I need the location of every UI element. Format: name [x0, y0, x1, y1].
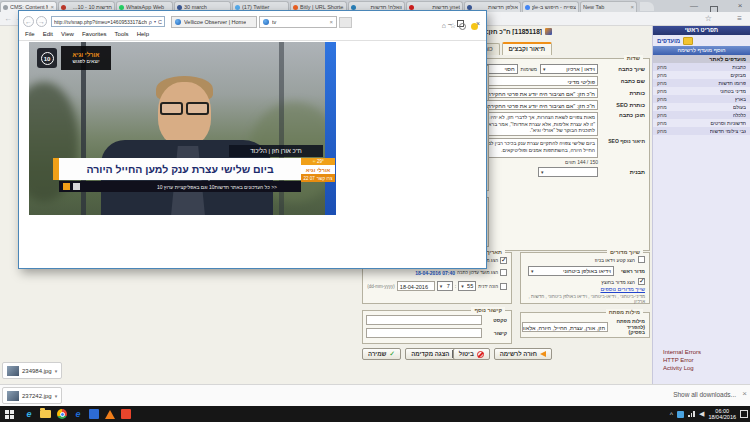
chevron-down-icon[interactable]: ▾: [55, 393, 58, 399]
close-icon[interactable]: ×: [732, 0, 748, 12]
add-favorite-button[interactable]: הוסף מועדף לרשימה: [653, 46, 750, 55]
tab-description-files[interactable]: תיאור וקבצים: [502, 42, 552, 55]
main-section-select[interactable]: וידיאו באולפן ביטחוני▾: [528, 266, 614, 276]
http-error-link[interactable]: HTTP Error: [663, 356, 701, 364]
app-icon-blue[interactable]: [89, 409, 99, 419]
show-all-downloads-link[interactable]: Show all downloads...: [673, 391, 736, 398]
favorite-item[interactable]: בעולםמחק: [653, 103, 750, 111]
action-center-icon[interactable]: [740, 410, 748, 418]
link-text-input[interactable]: [366, 315, 482, 325]
checkbox-checked[interactable]: [500, 257, 507, 264]
menu-help[interactable]: Help: [137, 31, 149, 37]
link-url-input[interactable]: [366, 328, 482, 338]
internal-errors-link[interactable]: Internal Errors: [663, 348, 701, 356]
delete-link[interactable]: מחק: [657, 112, 667, 118]
no-entry-icon: [477, 351, 484, 358]
delete-link[interactable]: מחק: [657, 64, 667, 70]
search-icon[interactable]: ρ: [149, 19, 152, 25]
checkbox-checked[interactable]: [638, 278, 645, 285]
checkbox[interactable]: [500, 269, 507, 276]
volume-icon[interactable]: ◀: [699, 410, 704, 418]
delete-link[interactable]: מחק: [657, 128, 667, 134]
delete-link[interactable]: מחק: [657, 120, 667, 126]
app-icon-red[interactable]: [121, 409, 131, 419]
favorite-item[interactable]: פרומו חדשותמחק: [653, 79, 750, 87]
checkbox[interactable]: [638, 256, 645, 263]
delete-link[interactable]: מחק: [657, 72, 667, 78]
back-icon[interactable]: ←: [4, 14, 12, 23]
delete-link[interactable]: מחק: [657, 80, 667, 86]
popup-new-tab-stub[interactable]: [339, 17, 352, 28]
network-icon[interactable]: [688, 411, 695, 417]
check-icon: ✓: [389, 350, 395, 358]
close-downloads-icon[interactable]: ×: [742, 389, 747, 398]
folder-icon: [683, 37, 693, 45]
menu-tools[interactable]: Tools: [115, 31, 129, 37]
file-explorer-icon[interactable]: [40, 410, 51, 418]
favorite-item[interactable]: כלכלהמחק: [653, 111, 750, 119]
vlc-icon[interactable]: [105, 410, 115, 419]
minimize-icon[interactable]: —: [686, 0, 702, 12]
assign-sections-link[interactable]: שייך מדורים נוספים: [600, 286, 645, 292]
popup-forward-icon[interactable]: →: [36, 16, 47, 27]
download-item-chip[interactable]: 237242.jpg ▾: [2, 387, 62, 404]
browser-tab[interactable]: צפייה - חיפוש ב-Google: [522, 1, 579, 12]
minute-select[interactable]: 55▾: [458, 281, 476, 291]
chrome-icon[interactable]: [57, 409, 67, 419]
hour-select[interactable]: 7▾: [437, 281, 453, 291]
menu-view[interactable]: View: [61, 31, 74, 37]
refresh-icon[interactable]: C: [158, 19, 162, 25]
browser-tab-new[interactable]: New Tab×: [580, 1, 637, 12]
ticker-accent-light: [73, 183, 80, 190]
tray-app-icon[interactable]: [677, 411, 684, 418]
menu-favorites[interactable]: Favorites: [82, 31, 107, 37]
chevron-down-icon[interactable]: ▾: [55, 368, 58, 374]
bookmark-star-icon[interactable]: ☆: [705, 14, 712, 23]
edge-icon[interactable]: e: [21, 406, 37, 422]
popup-address-bar[interactable]: http://tv/snap.php?timeu=1460953317&chu …: [51, 16, 165, 27]
tab-close-icon[interactable]: ×: [329, 19, 333, 25]
date-input[interactable]: 18-04-2016: [397, 281, 435, 291]
cms-sidebar: תפריט ראשי מועדפים הוסף מועדף לרשימה מוע…: [652, 26, 750, 384]
favorite-item[interactable]: כתבותמחק: [653, 63, 750, 71]
favorite-item[interactable]: גבי צילומי חדשותמחק: [653, 127, 750, 135]
favorite-item[interactable]: חדשוניות וסרטיםמחק: [653, 119, 750, 127]
keywords-input[interactable]: חזן, אורן, עצרת, החייל, היורה, אלאור, אז…: [522, 322, 608, 332]
internet-explorer-icon[interactable]: e: [70, 406, 86, 422]
favorite-item[interactable]: בארץמחק: [653, 95, 750, 103]
department-select[interactable]: וידאו | ארכיון▾: [540, 64, 598, 74]
tab-close-icon[interactable]: ×: [630, 4, 634, 10]
save-button[interactable]: ✓שמירה: [362, 348, 401, 360]
tray-expand-icon[interactable]: ^: [670, 411, 673, 418]
feedback-smiley-icon[interactable]: [471, 23, 478, 30]
globe-icon: [263, 19, 269, 25]
favorites-star-icon[interactable]: ☆: [450, 22, 456, 30]
menu-file[interactable]: File: [25, 31, 35, 37]
popup-tab-observer[interactable]: Vellicoe Observer | Home: [171, 16, 257, 28]
delete-link[interactable]: מחק: [657, 96, 667, 102]
new-tab-button[interactable]: [640, 2, 654, 11]
favorite-item[interactable]: מבזקיםמחק: [653, 71, 750, 79]
checkbox[interactable]: [500, 283, 507, 290]
delete-link[interactable]: מחק: [657, 104, 667, 110]
menu-edit[interactable]: Edit: [43, 31, 53, 37]
taskbar-clock[interactable]: 06:00 18/04/2016: [708, 408, 736, 421]
favorites-title[interactable]: מועדפים: [653, 35, 750, 46]
title-row: כותרת ח"כ חזן: "אם הציבור היה יודע את פר…: [464, 88, 645, 98]
attachment-file-chip[interactable]: 234984.jpg ▾: [2, 362, 62, 379]
cancel-button[interactable]: ביטול: [453, 348, 490, 360]
start-button[interactable]: [5, 410, 14, 419]
chevron-down-icon[interactable]: ▾: [154, 19, 156, 24]
delete-link[interactable]: מחק: [657, 88, 667, 94]
home-icon[interactable]: ⌂: [442, 22, 446, 29]
back-to-list-button[interactable]: חזרה לרשימה: [494, 348, 552, 360]
keywords-row: מילות מפתח (להפריד בפסיק) חזן, אורן, עצר…: [522, 319, 645, 336]
settings-gear-icon[interactable]: [459, 23, 466, 30]
favorite-item[interactable]: מדיני בטחונימחק: [653, 87, 750, 95]
windows-taskbar: e e ^ ◀ 06:00 18/04/2016: [0, 406, 750, 422]
template-select[interactable]: ▾: [538, 167, 598, 177]
popup-tab-tv[interactable]: tv ×: [259, 16, 337, 28]
popup-back-icon[interactable]: ←: [23, 16, 34, 27]
activity-log-link[interactable]: Activity Log: [663, 364, 701, 372]
menu-icon[interactable]: ≡: [737, 14, 742, 23]
